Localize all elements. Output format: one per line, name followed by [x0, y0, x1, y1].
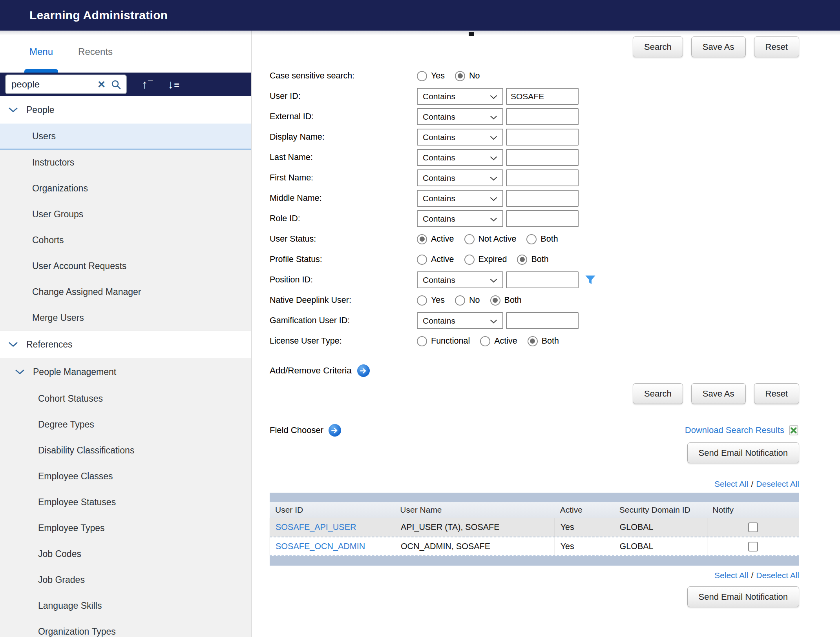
- active-cell: Yes: [555, 518, 614, 537]
- send-email-notification-button[interactable]: Send Email Notification: [687, 442, 799, 463]
- sidebar-item-degree-types[interactable]: Degree Types: [0, 411, 251, 437]
- radio-label: Both: [541, 234, 558, 244]
- operator-select[interactable]: Contains: [417, 169, 503, 186]
- radio-no[interactable]: [455, 71, 465, 81]
- radio-no[interactable]: [455, 295, 465, 306]
- operator-select-value: Contains: [423, 214, 455, 224]
- tab-menu[interactable]: Menu: [29, 31, 53, 73]
- deselect-all-link[interactable]: Deselect All: [756, 571, 799, 580]
- radio-both[interactable]: [526, 234, 537, 244]
- radio-yes[interactable]: [417, 71, 427, 81]
- sidebar-item-job-grades[interactable]: Job Grades: [0, 567, 251, 593]
- radio-active[interactable]: [417, 234, 427, 244]
- search-icon[interactable]: [111, 79, 121, 90]
- sidebar-item-organization-types[interactable]: Organization Types: [0, 619, 251, 637]
- notify-cell: [707, 518, 799, 537]
- radio-both[interactable]: [517, 255, 527, 265]
- excel-icon[interactable]: [788, 425, 799, 436]
- save-as-button[interactable]: Save As: [691, 36, 746, 57]
- operator-select[interactable]: Contains: [417, 129, 503, 146]
- field-label: Display Name:: [270, 132, 417, 142]
- radio-label: Active: [494, 336, 517, 346]
- notify-checkbox[interactable]: [748, 522, 758, 532]
- radio-not-active[interactable]: [464, 234, 475, 244]
- radio-yes[interactable]: [417, 295, 427, 306]
- sidebar-item-language-skills[interactable]: Language Skills: [0, 593, 251, 619]
- criteria-value-input[interactable]: [506, 129, 579, 146]
- reset-button[interactable]: Reset: [754, 383, 799, 404]
- select-all-link[interactable]: Select All: [714, 571, 748, 580]
- select-all-link[interactable]: Select All: [714, 479, 748, 489]
- criteria-value-input[interactable]: [506, 271, 579, 288]
- field-controls: FunctionalActiveBoth: [417, 336, 569, 346]
- operator-select[interactable]: Contains: [417, 149, 503, 166]
- expand-all-icon[interactable]: ↓≡: [168, 78, 179, 90]
- operator-select[interactable]: Contains: [417, 210, 503, 227]
- field-controls: Contains: [417, 169, 579, 186]
- sidebar-item-users[interactable]: Users: [0, 124, 251, 149]
- operator-select[interactable]: Contains: [417, 271, 503, 288]
- criteria-value-input[interactable]: [506, 169, 579, 186]
- tree-item-label: Organizations: [32, 183, 88, 194]
- criteria-value-input[interactable]: [506, 108, 579, 125]
- field-label: User ID:: [270, 91, 417, 101]
- operator-select[interactable]: Contains: [417, 88, 503, 105]
- user-id-link[interactable]: SOSAFE_API_USER: [276, 522, 356, 532]
- field-label: External ID:: [270, 112, 417, 122]
- sidebar-item-change-assigned-manager[interactable]: Change Assigned Manager: [0, 279, 251, 305]
- radio-functional[interactable]: [417, 336, 427, 346]
- sidebar-item-organizations[interactable]: Organizations: [0, 175, 251, 201]
- tree-group-people[interactable]: People: [0, 96, 251, 124]
- sidebar-item-employee-statuses[interactable]: Employee Statuses: [0, 489, 251, 515]
- clear-search-icon[interactable]: ✕: [97, 80, 106, 89]
- sidebar-item-user-groups[interactable]: User Groups: [0, 201, 251, 227]
- notify-checkbox[interactable]: [748, 542, 758, 551]
- tree-group-references[interactable]: References: [0, 331, 251, 358]
- column-header-user-name: User Name: [394, 505, 554, 515]
- radio-active[interactable]: [417, 255, 427, 265]
- download-search-results-link[interactable]: Download Search Results: [685, 425, 784, 435]
- operator-select-value: Contains: [423, 173, 455, 183]
- user-id-link[interactable]: SOSAFE_OCN_ADMIN: [276, 542, 365, 551]
- save-as-button[interactable]: Save As: [691, 383, 746, 404]
- criteria-value-input[interactable]: [506, 210, 579, 227]
- criteria-value-input[interactable]: [506, 149, 579, 166]
- menu-search-input[interactable]: [11, 79, 92, 90]
- field-label: Profile Status:: [270, 255, 417, 264]
- sidebar-item-cohort-statuses[interactable]: Cohort Statuses: [0, 386, 251, 411]
- collapse-all-icon[interactable]: ↑–: [142, 78, 153, 90]
- criteria-value-input[interactable]: [506, 190, 579, 207]
- tree-group-people-management[interactable]: People Management: [0, 358, 251, 386]
- search-button[interactable]: Search: [633, 36, 683, 57]
- form-row-native-deeplink-user: Native Deeplink User:YesNoBoth: [270, 292, 799, 309]
- filter-icon[interactable]: [585, 275, 596, 285]
- sidebar-item-cohorts[interactable]: Cohorts: [0, 227, 251, 253]
- sidebar-item-instructors[interactable]: Instructors: [0, 149, 251, 175]
- radio-both[interactable]: [528, 336, 538, 346]
- reset-button[interactable]: Reset: [754, 36, 799, 57]
- send-email-notification-button[interactable]: Send Email Notification: [687, 586, 799, 607]
- radio-label: Both: [531, 255, 548, 264]
- criteria-value-input[interactable]: [506, 312, 579, 329]
- operator-select[interactable]: Contains: [417, 108, 503, 125]
- radio-active[interactable]: [480, 336, 490, 346]
- operator-select-value: Contains: [423, 133, 455, 142]
- radio-both[interactable]: [490, 295, 500, 306]
- deselect-all-link[interactable]: Deselect All: [756, 479, 799, 489]
- sidebar-item-merge-users[interactable]: Merge Users: [0, 305, 251, 331]
- add-remove-criteria-icon[interactable]: [357, 364, 370, 377]
- tab-recents[interactable]: Recents: [78, 31, 113, 73]
- field-chooser-icon[interactable]: [329, 424, 341, 437]
- user-name-cell: OCN_ADMIN, SOSAFE: [395, 537, 555, 555]
- criteria-value-input[interactable]: [506, 88, 579, 105]
- search-button[interactable]: Search: [633, 383, 683, 404]
- radio-expired[interactable]: [464, 255, 475, 265]
- sidebar-item-employee-types[interactable]: Employee Types: [0, 515, 251, 541]
- sidebar-item-user-account-requests[interactable]: User Account Requests: [0, 253, 251, 279]
- chevron-down-icon: [490, 316, 497, 326]
- sidebar-item-job-codes[interactable]: Job Codes: [0, 541, 251, 567]
- sidebar-item-disability-classifications[interactable]: Disability Classifications: [0, 437, 251, 463]
- sidebar-item-employee-classes[interactable]: Employee Classes: [0, 463, 251, 489]
- operator-select[interactable]: Contains: [417, 312, 503, 329]
- operator-select[interactable]: Contains: [417, 190, 503, 207]
